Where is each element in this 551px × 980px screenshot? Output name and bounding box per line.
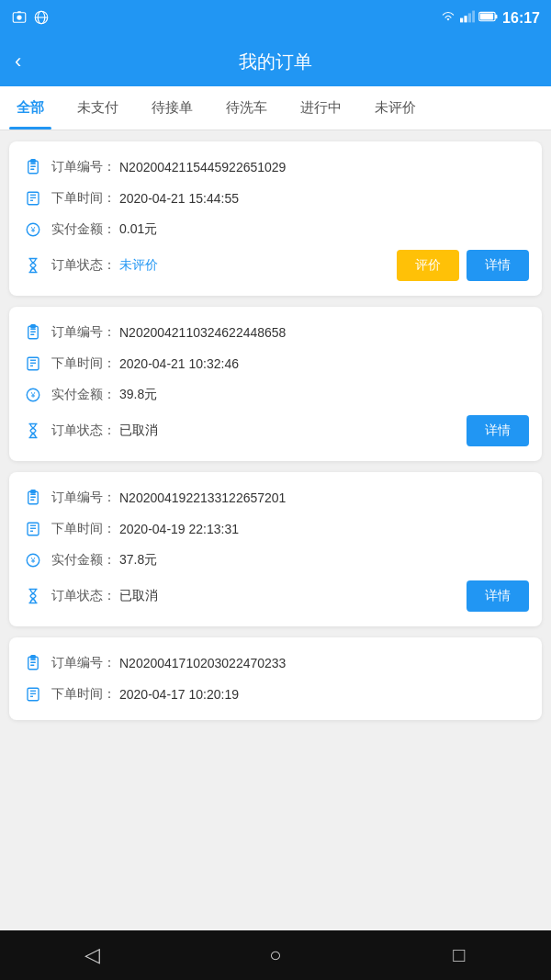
svg-rect-6 <box>464 16 467 22</box>
order-status-row: 订单状态：已取消详情 <box>22 580 529 612</box>
svg-rect-17 <box>28 192 39 205</box>
status-bar: 16:17 <box>0 0 551 37</box>
tabs-bar: 全部未支付待接单待洗车进行中未评价 <box>0 86 551 130</box>
svg-rect-50 <box>28 688 39 701</box>
nav-back-button[interactable]: ◁ <box>72 935 112 975</box>
detail-button[interactable]: 详情 <box>467 250 529 281</box>
svg-rect-38 <box>31 490 36 493</box>
svg-text:¥: ¥ <box>30 557 36 565</box>
top-nav: ‹ 我的订单 <box>0 37 551 86</box>
svg-text:¥: ¥ <box>30 391 36 400</box>
hourglass-icon <box>22 420 44 442</box>
svg-rect-10 <box>495 15 497 19</box>
detail-button[interactable]: 详情 <box>467 415 529 446</box>
time-display: 16:17 <box>502 10 540 27</box>
clipboard-icon <box>22 156 44 178</box>
order-buttons: 评价详情 <box>397 250 529 281</box>
svg-rect-49 <box>31 656 36 659</box>
battery-icon <box>478 10 499 27</box>
bottom-nav-bar: ◁ ○ □ <box>0 930 551 980</box>
svg-rect-16 <box>31 160 36 163</box>
globe-icon <box>33 9 50 28</box>
clipboard-icon <box>22 652 44 674</box>
status-bar-right: 16:17 <box>440 10 540 27</box>
tab-item-1[interactable]: 未支付 <box>61 86 135 130</box>
nav-home-button[interactable]: ○ <box>255 935 296 975</box>
order-card: 订单编号：N2020041710203022470233下单时间：2020-04… <box>9 637 542 720</box>
hourglass-icon <box>22 585 44 607</box>
time-icon <box>22 683 44 705</box>
status-bar-left <box>11 9 50 28</box>
order-time-row: 下单时间：2020-04-17 10:20:19 <box>22 683 529 705</box>
svg-rect-5 <box>460 18 463 23</box>
svg-rect-39 <box>28 523 39 535</box>
nav-recent-button[interactable]: □ <box>439 935 479 975</box>
order-buttons: 详情 <box>467 580 529 612</box>
svg-point-1 <box>17 15 21 19</box>
order-number-row: 订单编号：N2020041922133122657201 <box>22 487 529 509</box>
tab-item-4[interactable]: 进行中 <box>284 86 358 130</box>
tab-item-3[interactable]: 待洗车 <box>209 86 284 130</box>
order-time-row: 下单时间：2020-04-21 10:32:46 <box>22 353 529 375</box>
time-icon <box>22 518 44 540</box>
svg-rect-27 <box>31 325 36 328</box>
back-button[interactable]: ‹ <box>15 50 21 73</box>
order-amount-row: ¥实付金额：0.01元 <box>22 219 529 241</box>
hourglass-icon <box>22 254 44 276</box>
svg-rect-28 <box>28 357 39 370</box>
order-time-row: 下单时间：2020-04-21 15:44:55 <box>22 187 529 209</box>
svg-rect-7 <box>468 13 471 22</box>
order-time-row: 下单时间：2020-04-19 22:13:31 <box>22 518 529 540</box>
time-icon <box>22 353 44 375</box>
order-card: 订单编号：N2020042110324622448658下单时间：2020-04… <box>9 307 542 461</box>
order-number-row: 订单编号：N2020042110324622448658 <box>22 321 529 344</box>
money-icon: ¥ <box>22 219 44 241</box>
order-number-row: 订单编号：N2020042115445922651029 <box>22 156 529 178</box>
tab-item-0[interactable]: 全部 <box>0 86 61 130</box>
content-area: 订单编号：N2020042115445922651029下单时间：2020-04… <box>0 130 551 930</box>
order-card: 订单编号：N2020041922133122657201下单时间：2020-04… <box>9 472 542 626</box>
review-button[interactable]: 评价 <box>397 250 459 281</box>
clipboard-icon <box>22 487 44 509</box>
wifi-icon <box>440 10 456 27</box>
photo-icon <box>11 9 28 28</box>
order-card: 订单编号：N2020042115445922651029下单时间：2020-04… <box>9 141 542 296</box>
tab-item-5[interactable]: 未评价 <box>358 86 433 130</box>
detail-button[interactable]: 详情 <box>467 580 529 612</box>
order-status-row: 订单状态：未评价评价详情 <box>22 250 529 281</box>
money-icon: ¥ <box>22 384 44 406</box>
money-icon: ¥ <box>22 549 44 571</box>
order-number-row: 订单编号：N2020041710203022470233 <box>22 652 529 674</box>
tab-item-2[interactable]: 待接单 <box>135 86 209 130</box>
clipboard-icon <box>22 321 44 344</box>
page-title: 我的订单 <box>239 50 312 74</box>
order-amount-row: ¥实付金额：37.8元 <box>22 549 529 571</box>
svg-text:¥: ¥ <box>30 226 36 234</box>
order-status-row: 订单状态：已取消详情 <box>22 415 529 446</box>
signal-icon <box>460 10 475 27</box>
order-amount-row: ¥实付金额：39.8元 <box>22 384 529 406</box>
time-icon <box>22 187 44 209</box>
order-buttons: 详情 <box>467 415 529 446</box>
svg-rect-11 <box>480 13 493 19</box>
svg-rect-8 <box>472 11 475 23</box>
